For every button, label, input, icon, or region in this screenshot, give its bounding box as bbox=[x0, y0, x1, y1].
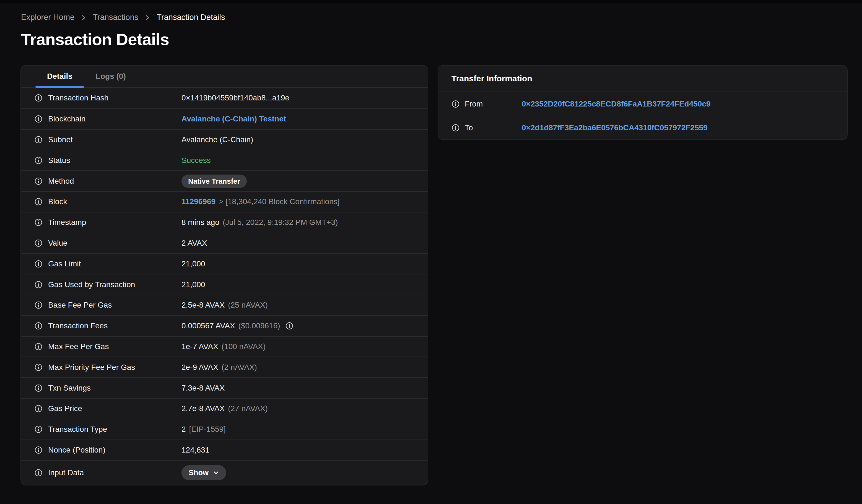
row-label-group: Gas Used by Transaction bbox=[34, 280, 182, 289]
transfer-row: To0×2d1d87fF3Ea2ba6E0576bCA4310fC057972F… bbox=[438, 116, 847, 139]
info-icon[interactable] bbox=[34, 177, 43, 185]
detail-row: Nonce (Position)124,631 bbox=[21, 440, 428, 460]
info-icon[interactable] bbox=[34, 343, 43, 351]
row-label-group: Nonce (Position) bbox=[34, 446, 182, 454]
info-icon[interactable] bbox=[34, 384, 43, 392]
tab-bar: Details Logs (0) bbox=[21, 66, 428, 88]
detail-row: Gas Limit21,000 bbox=[21, 253, 428, 274]
content-columns: Details Logs (0) Transaction Hash0×1419b… bbox=[21, 65, 849, 486]
chevron-right-icon bbox=[80, 14, 87, 21]
detail-row: SubnetAvalanche (C-Chain) bbox=[21, 129, 428, 150]
row-value: 21,000 bbox=[182, 280, 205, 289]
row-label: Transaction Fees bbox=[48, 321, 108, 330]
info-icon[interactable] bbox=[34, 94, 43, 102]
breadcrumb-current: Transaction Details bbox=[157, 13, 225, 22]
detail-row: Value2 AVAX bbox=[21, 233, 428, 253]
row-label: Value bbox=[48, 239, 67, 248]
row-value-group: Avalanche (C-Chain) Testnet bbox=[182, 115, 414, 123]
detail-row: MethodNative Transfer bbox=[21, 170, 428, 191]
row-value-suffix: (25 nAVAX) bbox=[228, 301, 268, 309]
row-value-suffix: (100 nAVAX) bbox=[222, 342, 265, 351]
row-value-link[interactable]: 11296969 bbox=[182, 197, 216, 206]
info-icon[interactable] bbox=[34, 446, 43, 454]
row-value-group: Avalanche (C-Chain) bbox=[182, 135, 414, 144]
tab-logs-label: Logs (0) bbox=[96, 72, 126, 81]
row-label-group: Input Data bbox=[34, 468, 182, 477]
row-label: Input Data bbox=[48, 468, 84, 477]
address-link[interactable]: 0×2d1d87fF3Ea2ba6E0576bCA4310fC057972F25… bbox=[522, 123, 708, 132]
chevron-down-icon bbox=[213, 470, 219, 476]
row-value-group: Show bbox=[182, 465, 414, 480]
info-icon[interactable] bbox=[34, 198, 43, 206]
row-label: To bbox=[465, 123, 473, 132]
detail-row: StatusSuccess bbox=[21, 150, 428, 170]
row-value-suffix: (27 nAVAX) bbox=[228, 404, 268, 413]
info-icon[interactable] bbox=[34, 260, 43, 268]
info-icon[interactable] bbox=[34, 135, 43, 144]
row-label: Transaction Hash bbox=[48, 93, 108, 102]
row-value-group: 2[EIP-1559] bbox=[182, 425, 414, 434]
row-value-group: Success bbox=[182, 156, 414, 165]
info-icon[interactable] bbox=[34, 239, 43, 247]
row-label: Max Priority Fee Per Gas bbox=[48, 363, 135, 372]
row-value: 2 bbox=[182, 425, 186, 434]
info-icon[interactable] bbox=[34, 301, 43, 309]
row-label-group: Method bbox=[34, 177, 182, 186]
show-button[interactable]: Show bbox=[182, 465, 226, 480]
detail-row: Block11296969> [18,304,240 Block Confirm… bbox=[21, 191, 428, 212]
info-icon[interactable] bbox=[285, 322, 293, 330]
row-value: 0×1419b04559bf140ab8...a19e bbox=[182, 93, 289, 102]
row-label-group: Blockchain bbox=[34, 115, 182, 123]
transfer-information-card: Transfer Information From0×2352D20fC8122… bbox=[437, 65, 848, 140]
info-icon[interactable] bbox=[34, 425, 43, 434]
info-icon[interactable] bbox=[34, 363, 43, 371]
breadcrumb: Explorer Home Transactions Transaction D… bbox=[21, 13, 862, 22]
row-label-group: Txn Savings bbox=[34, 384, 182, 393]
row-value-group: 8 mins ago(Jul 5, 2022, 9:19:32 PM GMT+3… bbox=[182, 218, 414, 227]
row-label: Max Fee Per Gas bbox=[48, 342, 109, 351]
row-value-group: Native Transfer bbox=[182, 174, 414, 188]
row-label-group: Timestamp bbox=[34, 218, 182, 227]
row-label: Nonce (Position) bbox=[48, 446, 105, 454]
row-value-group: 2e-9 AVAX(2 nAVAX) bbox=[182, 363, 414, 372]
page-title: Transaction Details bbox=[21, 30, 862, 49]
row-label-group: Base Fee Per Gas bbox=[34, 301, 182, 309]
detail-rows: Transaction Hash0×1419b04559bf140ab8...a… bbox=[21, 88, 428, 485]
row-value-group: 124,631 bbox=[182, 446, 414, 454]
row-value: 1e-7 AVAX bbox=[182, 342, 218, 351]
row-label: Blockchain bbox=[48, 115, 86, 123]
info-icon[interactable] bbox=[34, 280, 43, 289]
detail-row: Input DataShow bbox=[21, 460, 428, 485]
row-value-group: 0×2d1d87fF3Ea2ba6E0576bCA4310fC057972F25… bbox=[522, 123, 834, 132]
info-icon[interactable] bbox=[452, 100, 460, 108]
row-label: Status bbox=[48, 156, 70, 165]
row-label-group: Transaction Fees bbox=[34, 321, 182, 330]
info-icon[interactable] bbox=[34, 115, 43, 123]
detail-row: Gas Used by Transaction21,000 bbox=[21, 274, 428, 295]
info-icon[interactable] bbox=[452, 124, 460, 132]
status-value: Success bbox=[182, 156, 211, 165]
breadcrumb-explorer-home[interactable]: Explorer Home bbox=[21, 13, 75, 22]
info-icon[interactable] bbox=[34, 404, 43, 413]
info-icon[interactable] bbox=[34, 322, 43, 330]
info-icon[interactable] bbox=[34, 218, 43, 227]
breadcrumb-transactions[interactable]: Transactions bbox=[93, 13, 138, 22]
tab-details[interactable]: Details bbox=[36, 66, 84, 87]
row-value: 0.000567 AVAX bbox=[182, 321, 235, 330]
row-value: 21,000 bbox=[182, 260, 205, 268]
row-value-group: 7.3e-8 AVAX bbox=[182, 384, 414, 393]
row-value-group: 21,000 bbox=[182, 260, 414, 268]
detail-row: Transaction Hash0×1419b04559bf140ab8...a… bbox=[21, 88, 428, 108]
row-label-group: Value bbox=[34, 239, 182, 248]
tab-logs[interactable]: Logs (0) bbox=[84, 66, 138, 87]
page-root: Explorer Home Transactions Transaction D… bbox=[0, 0, 862, 504]
info-icon[interactable] bbox=[34, 468, 43, 477]
row-label: Base Fee Per Gas bbox=[48, 301, 112, 309]
detail-row: Gas Price2.7e-8 AVAX(27 nAVAX) bbox=[21, 398, 428, 419]
address-link[interactable]: 0×2352D20fC81225c8ECD8f6FaA1B37F24FEd450… bbox=[522, 100, 711, 108]
row-label: Gas Price bbox=[48, 404, 82, 413]
row-value-link[interactable]: Avalanche (C-Chain) Testnet bbox=[182, 115, 286, 123]
info-icon[interactable] bbox=[34, 156, 43, 164]
detail-row: Transaction Fees0.000567 AVAX($0.009616) bbox=[21, 315, 428, 336]
transfer-rows: From0×2352D20fC81225c8ECD8f6FaA1B37F24FE… bbox=[438, 92, 847, 140]
